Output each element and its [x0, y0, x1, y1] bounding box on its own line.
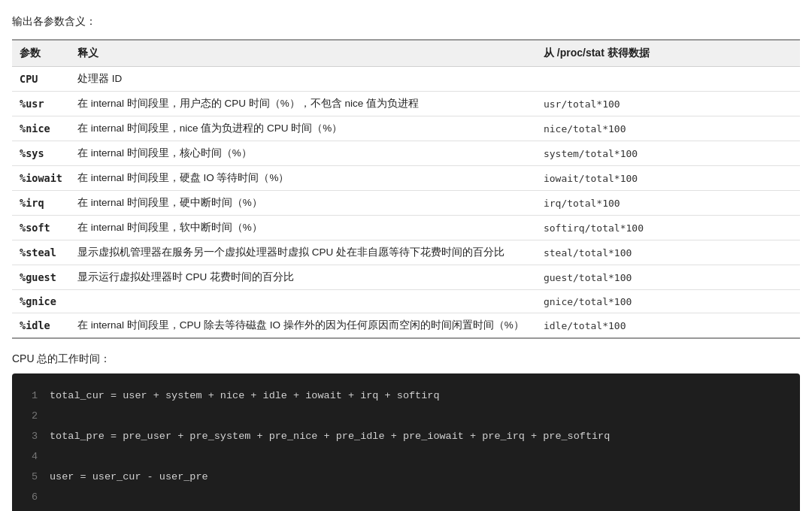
cell-desc: 显示运行虚拟处理器时 CPU 花费时间的百分比 — [70, 265, 536, 290]
cell-param: %steal — [12, 240, 70, 265]
table-header: 参数 释义 从 /proc/stat 获得数据 — [12, 40, 800, 67]
line-content: user = user_cur - user_pre — [50, 467, 208, 487]
cell-param: %sys — [12, 141, 70, 166]
code-lines: 1total_cur = user + system + nice + idle… — [27, 386, 785, 511]
cell-param: CPU — [12, 67, 70, 92]
cell-param: %iowait — [12, 166, 70, 191]
line-number: 2 — [27, 406, 38, 426]
cell-param: %idle — [12, 313, 70, 339]
line-content: total = total_cur - total_pre — [50, 507, 226, 511]
table-row: %guest显示运行虚拟处理器时 CPU 花费时间的百分比guest/total… — [12, 265, 800, 290]
line-content: total_cur = user + system + nice + idle … — [50, 386, 439, 406]
cell-desc: 在 internal 时间段里，CPU 除去等待磁盘 IO 操作外的因为任何原因… — [70, 313, 536, 339]
table-row: %idle在 internal 时间段里，CPU 除去等待磁盘 IO 操作外的因… — [12, 313, 800, 339]
cell-formula: system/total*100 — [536, 141, 800, 166]
cell-desc: 在 internal 时间段里，硬盘 IO 等待时间（%） — [70, 166, 536, 191]
cell-desc: 在 internal 时间段里，用户态的 CPU 时间（%），不包含 nice … — [70, 92, 536, 116]
cell-formula: iowait/total*100 — [536, 166, 800, 191]
code-line: 1total_cur = user + system + nice + idle… — [27, 386, 785, 406]
cell-formula: idle/total*100 — [536, 313, 800, 339]
line-number: 3 — [27, 426, 38, 446]
cell-desc — [70, 290, 536, 313]
table-body: CPU处理器 ID%usr在 internal 时间段里，用户态的 CPU 时间… — [12, 67, 800, 339]
table-row: %steal显示虚拟机管理器在服务另一个虚拟处理器时虚拟 CPU 处在非自愿等待… — [12, 240, 800, 265]
cell-param: %gnice — [12, 290, 70, 313]
table-row: %gnicegnice/total*100 — [12, 290, 800, 313]
code-line: 4 — [27, 446, 785, 467]
cell-param: %irq — [12, 191, 70, 216]
intro-text: 输出各参数含义： — [12, 15, 800, 29]
table-row: %nice在 internal 时间段里，nice 值为负进程的 CPU 时间（… — [12, 116, 800, 141]
col-header-desc: 释义 — [70, 40, 536, 67]
cell-param: %soft — [12, 216, 70, 240]
cell-formula: usr/total*100 — [536, 92, 800, 116]
cell-formula: gnice/total*100 — [536, 290, 800, 313]
code-block: 1total_cur = user + system + nice + idle… — [12, 373, 800, 511]
code-line: 7total = total_cur - total_pre — [27, 507, 785, 511]
cell-desc: 处理器 ID — [70, 67, 536, 92]
line-number: 7 — [27, 507, 38, 511]
line-content: total_pre = pre_user + pre_system + pre_… — [50, 426, 610, 446]
cell-formula: nice/total*100 — [536, 116, 800, 141]
cell-param: %nice — [12, 116, 70, 141]
cell-formula: steal/total*100 — [536, 240, 800, 265]
cell-formula: guest/total*100 — [536, 265, 800, 290]
col-header-formula: 从 /proc/stat 获得数据 — [536, 40, 800, 67]
line-number: 5 — [27, 467, 38, 487]
table-row: %irq在 internal 时间段里，硬中断时间（%）irq/total*10… — [12, 191, 800, 216]
code-line: 2 — [27, 406, 785, 426]
table-row: CPU处理器 ID — [12, 67, 800, 92]
cell-param: %usr — [12, 92, 70, 116]
cell-desc: 显示虚拟机管理器在服务另一个虚拟处理器时虚拟 CPU 处在非自愿等待下花费时间的… — [70, 240, 536, 265]
cell-formula: softirq/total*100 — [536, 216, 800, 240]
line-number: 1 — [27, 386, 38, 406]
cell-formula — [536, 67, 800, 92]
cell-formula: irq/total*100 — [536, 191, 800, 216]
cell-desc: 在 internal 时间段里，nice 值为负进程的 CPU 时间（%） — [70, 116, 536, 141]
cell-param: %guest — [12, 265, 70, 290]
col-header-param: 参数 — [12, 40, 70, 67]
code-line: 3total_pre = pre_user + pre_system + pre… — [27, 426, 785, 446]
line-number: 4 — [27, 446, 38, 467]
cell-desc: 在 internal 时间段里，软中断时间（%） — [70, 216, 536, 240]
table-row: %sys在 internal 时间段里，核心时间（%）system/total*… — [12, 141, 800, 166]
cell-desc: 在 internal 时间段里，硬中断时间（%） — [70, 191, 536, 216]
table-row: %soft在 internal 时间段里，软中断时间（%）softirq/tot… — [12, 216, 800, 240]
cell-desc: 在 internal 时间段里，核心时间（%） — [70, 141, 536, 166]
section-label: CPU 总的工作时间： — [12, 352, 800, 366]
code-line: 5user = user_cur - user_pre — [27, 467, 785, 487]
line-number: 6 — [27, 487, 38, 507]
params-table: 参数 释义 从 /proc/stat 获得数据 CPU处理器 ID%usr在 i… — [12, 39, 800, 339]
table-row: %usr在 internal 时间段里，用户态的 CPU 时间（%），不包含 n… — [12, 92, 800, 116]
table-row: %iowait在 internal 时间段里，硬盘 IO 等待时间（%）iowa… — [12, 166, 800, 191]
code-line: 6 — [27, 487, 785, 507]
